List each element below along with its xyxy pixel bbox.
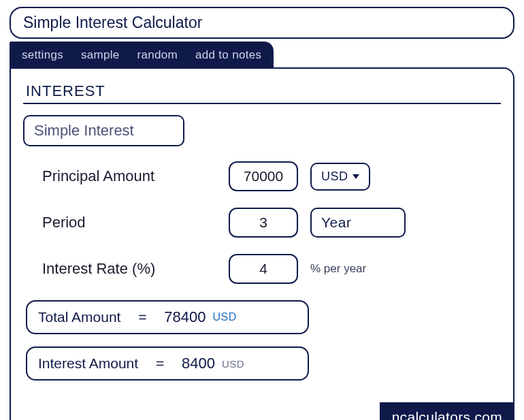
section-label: INTEREST: [23, 78, 501, 104]
result-total-value: 78400: [164, 308, 206, 326]
page-title-text: Simple Interest Calculator: [23, 14, 202, 31]
result-total-currency: USD: [213, 311, 237, 323]
row-principal: Principal Amount USD: [42, 161, 501, 191]
label-period: Period: [42, 214, 216, 231]
rate-unit-text: % per year: [310, 262, 366, 276]
page-title: Simple Interest Calculator: [10, 7, 514, 39]
result-interest-currency: USD: [222, 358, 244, 370]
result-total-label: Total Amount: [38, 309, 120, 325]
label-principal: Principal Amount: [42, 167, 216, 185]
chevron-down-icon: [353, 174, 359, 179]
currency-select[interactable]: USD: [310, 163, 370, 191]
tab-strip: settings sample random add to notes: [10, 42, 274, 69]
label-rate: Interest Rate (%): [42, 260, 216, 278]
result-interest-value: 8400: [182, 355, 215, 372]
result-total-eq: =: [138, 309, 146, 325]
result-interest: Interest Amount = 8400 USD: [26, 346, 309, 381]
interest-type-chip[interactable]: Simple Interest: [23, 115, 184, 146]
input-period[interactable]: [229, 208, 298, 238]
tab-sample[interactable]: sample: [81, 48, 120, 62]
footer-badge[interactable]: ncalculators.com: [380, 402, 514, 420]
result-total: Total Amount = 78400 USD: [26, 300, 309, 334]
result-interest-label: Interest Amount: [38, 355, 138, 372]
period-unit-label: Year: [321, 214, 351, 231]
row-period: Period Year: [42, 208, 501, 238]
input-principal[interactable]: [229, 161, 298, 191]
period-unit-select[interactable]: Year: [310, 208, 406, 238]
result-interest-eq: =: [156, 355, 164, 372]
tab-random[interactable]: random: [137, 48, 178, 62]
row-rate: Interest Rate (%) % per year: [42, 254, 501, 284]
tab-settings[interactable]: settings: [22, 48, 63, 62]
input-rate[interactable]: [229, 254, 298, 284]
currency-select-label: USD: [321, 169, 348, 184]
main-panel: INTEREST Simple Interest Principal Amoun…: [10, 67, 514, 420]
tab-add-to-notes[interactable]: add to notes: [195, 48, 261, 62]
